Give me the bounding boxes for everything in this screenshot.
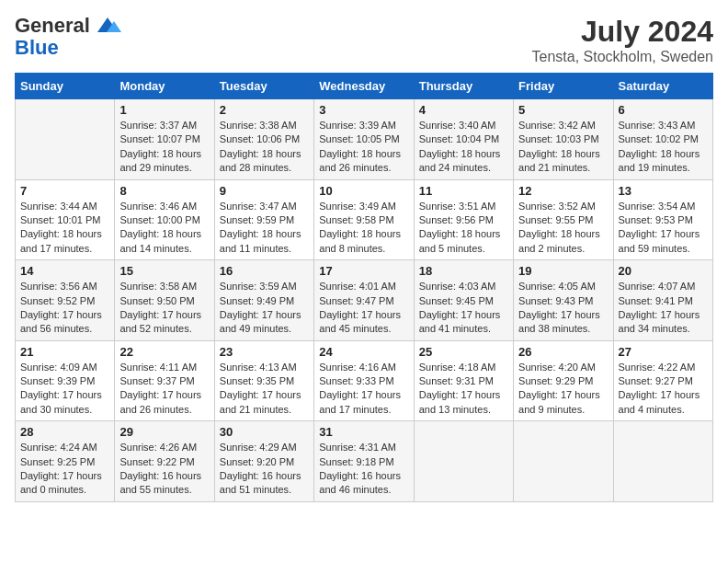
day-number: 10 <box>319 184 408 198</box>
calendar-cell: 13Sunrise: 3:54 AM Sunset: 9:53 PM Dayli… <box>613 179 712 260</box>
calendar-week-row: 14Sunrise: 3:56 AM Sunset: 9:52 PM Dayli… <box>16 260 713 341</box>
day-number: 20 <box>619 264 708 278</box>
day-info: Sunrise: 4:20 AM Sunset: 9:29 PM Dayligh… <box>518 361 608 418</box>
day-info: Sunrise: 3:40 AM Sunset: 10:04 PM Daylig… <box>419 119 508 176</box>
day-info: Sunrise: 3:46 AM Sunset: 10:00 PM Daylig… <box>119 200 209 257</box>
day-info: Sunrise: 4:05 AM Sunset: 9:43 PM Dayligh… <box>518 280 608 337</box>
day-info: Sunrise: 3:59 AM Sunset: 9:49 PM Dayligh… <box>220 280 309 337</box>
calendar-week-row: 28Sunrise: 4:24 AM Sunset: 9:25 PM Dayli… <box>16 421 713 502</box>
logo-icon <box>94 16 121 36</box>
day-header-sunday: Sunday <box>16 74 115 99</box>
day-info: Sunrise: 4:03 AM Sunset: 9:45 PM Dayligh… <box>419 280 508 337</box>
day-info: Sunrise: 3:39 AM Sunset: 10:05 PM Daylig… <box>319 119 408 176</box>
day-info: Sunrise: 4:09 AM Sunset: 9:39 PM Dayligh… <box>20 361 109 418</box>
day-number: 28 <box>20 425 109 439</box>
day-number: 7 <box>20 184 109 198</box>
day-number: 25 <box>419 345 508 359</box>
day-number: 8 <box>119 184 209 198</box>
day-number: 15 <box>119 264 209 278</box>
day-number: 6 <box>619 103 708 117</box>
calendar-cell: 1Sunrise: 3:37 AM Sunset: 10:07 PM Dayli… <box>115 99 214 180</box>
day-info: Sunrise: 4:26 AM Sunset: 9:22 PM Dayligh… <box>119 441 209 498</box>
day-number: 21 <box>20 345 109 359</box>
day-number: 22 <box>119 345 209 359</box>
title-block: July 2024 Tensta, Stockholm, Sweden <box>532 15 713 65</box>
day-number: 27 <box>619 345 708 359</box>
day-info: Sunrise: 3:43 AM Sunset: 10:02 PM Daylig… <box>619 119 708 176</box>
day-number: 23 <box>220 345 309 359</box>
calendar-week-row: 1Sunrise: 3:37 AM Sunset: 10:07 PM Dayli… <box>16 99 713 180</box>
day-info: Sunrise: 3:47 AM Sunset: 9:59 PM Dayligh… <box>220 200 309 257</box>
day-number: 29 <box>119 425 209 439</box>
calendar-cell: 23Sunrise: 4:13 AM Sunset: 9:35 PM Dayli… <box>214 340 313 421</box>
logo: General Blue <box>15 15 121 59</box>
day-info: Sunrise: 3:56 AM Sunset: 9:52 PM Dayligh… <box>20 280 109 337</box>
calendar-cell: 21Sunrise: 4:09 AM Sunset: 9:39 PM Dayli… <box>16 340 115 421</box>
logo-text: General <box>15 15 90 37</box>
day-header-thursday: Thursday <box>414 74 513 99</box>
day-number: 19 <box>518 264 608 278</box>
day-info: Sunrise: 4:13 AM Sunset: 9:35 PM Dayligh… <box>220 361 309 418</box>
calendar-cell: 14Sunrise: 3:56 AM Sunset: 9:52 PM Dayli… <box>16 260 115 341</box>
day-info: Sunrise: 3:49 AM Sunset: 9:58 PM Dayligh… <box>319 200 408 257</box>
day-info: Sunrise: 3:38 AM Sunset: 10:06 PM Daylig… <box>220 119 309 176</box>
calendar-cell: 18Sunrise: 4:03 AM Sunset: 9:45 PM Dayli… <box>414 260 513 341</box>
calendar-cell: 3Sunrise: 3:39 AM Sunset: 10:05 PM Dayli… <box>314 99 414 180</box>
day-number: 13 <box>619 184 708 198</box>
calendar-cell <box>613 421 712 502</box>
calendar-cell: 5Sunrise: 3:42 AM Sunset: 10:03 PM Dayli… <box>514 99 613 180</box>
logo-blue-text: Blue <box>15 37 59 59</box>
calendar-cell <box>414 421 513 502</box>
location-title: Tensta, Stockholm, Sweden <box>532 49 713 65</box>
day-info: Sunrise: 3:51 AM Sunset: 9:56 PM Dayligh… <box>419 200 508 257</box>
day-header-wednesday: Wednesday <box>314 74 414 99</box>
day-header-tuesday: Tuesday <box>214 74 313 99</box>
day-info: Sunrise: 4:07 AM Sunset: 9:41 PM Dayligh… <box>619 280 708 337</box>
day-number: 1 <box>119 103 209 117</box>
day-info: Sunrise: 3:42 AM Sunset: 10:03 PM Daylig… <box>518 119 608 176</box>
calendar-cell: 26Sunrise: 4:20 AM Sunset: 9:29 PM Dayli… <box>514 340 613 421</box>
day-info: Sunrise: 4:31 AM Sunset: 9:18 PM Dayligh… <box>319 441 408 498</box>
day-number: 5 <box>518 103 608 117</box>
calendar-week-row: 21Sunrise: 4:09 AM Sunset: 9:39 PM Dayli… <box>16 340 713 421</box>
day-info: Sunrise: 4:29 AM Sunset: 9:20 PM Dayligh… <box>220 441 309 498</box>
day-info: Sunrise: 3:44 AM Sunset: 10:01 PM Daylig… <box>20 200 109 257</box>
calendar-cell <box>16 99 115 180</box>
calendar-cell: 30Sunrise: 4:29 AM Sunset: 9:20 PM Dayli… <box>214 421 313 502</box>
calendar-cell: 27Sunrise: 4:22 AM Sunset: 9:27 PM Dayli… <box>613 340 712 421</box>
calendar-cell: 17Sunrise: 4:01 AM Sunset: 9:47 PM Dayli… <box>314 260 414 341</box>
day-header-saturday: Saturday <box>613 74 712 99</box>
day-number: 4 <box>419 103 508 117</box>
page-header: General Blue July 2024 Tensta, Stockholm… <box>15 15 713 65</box>
day-info: Sunrise: 4:11 AM Sunset: 9:37 PM Dayligh… <box>119 361 209 418</box>
day-info: Sunrise: 3:37 AM Sunset: 10:07 PM Daylig… <box>119 119 209 176</box>
day-number: 30 <box>220 425 309 439</box>
day-info: Sunrise: 3:52 AM Sunset: 9:55 PM Dayligh… <box>518 200 608 257</box>
calendar-cell: 25Sunrise: 4:18 AM Sunset: 9:31 PM Dayli… <box>414 340 513 421</box>
calendar-cell: 6Sunrise: 3:43 AM Sunset: 10:02 PM Dayli… <box>613 99 712 180</box>
month-title: July 2024 <box>532 15 713 49</box>
calendar-week-row: 7Sunrise: 3:44 AM Sunset: 10:01 PM Dayli… <box>16 179 713 260</box>
calendar-cell: 24Sunrise: 4:16 AM Sunset: 9:33 PM Dayli… <box>314 340 414 421</box>
day-info: Sunrise: 4:01 AM Sunset: 9:47 PM Dayligh… <box>319 280 408 337</box>
day-info: Sunrise: 4:24 AM Sunset: 9:25 PM Dayligh… <box>20 441 109 498</box>
day-number: 26 <box>518 345 608 359</box>
day-number: 31 <box>319 425 408 439</box>
day-number: 11 <box>419 184 508 198</box>
calendar-cell: 8Sunrise: 3:46 AM Sunset: 10:00 PM Dayli… <box>115 179 214 260</box>
calendar-header-row: SundayMondayTuesdayWednesdayThursdayFrid… <box>16 74 713 99</box>
day-number: 9 <box>220 184 309 198</box>
calendar-table: SundayMondayTuesdayWednesdayThursdayFrid… <box>15 73 713 502</box>
calendar-cell: 4Sunrise: 3:40 AM Sunset: 10:04 PM Dayli… <box>414 99 513 180</box>
day-info: Sunrise: 4:18 AM Sunset: 9:31 PM Dayligh… <box>419 361 508 418</box>
day-number: 14 <box>20 264 109 278</box>
day-number: 16 <box>220 264 309 278</box>
day-number: 18 <box>419 264 508 278</box>
day-info: Sunrise: 4:22 AM Sunset: 9:27 PM Dayligh… <box>619 361 708 418</box>
calendar-cell: 20Sunrise: 4:07 AM Sunset: 9:41 PM Dayli… <box>613 260 712 341</box>
calendar-cell: 15Sunrise: 3:58 AM Sunset: 9:50 PM Dayli… <box>115 260 214 341</box>
calendar-cell: 11Sunrise: 3:51 AM Sunset: 9:56 PM Dayli… <box>414 179 513 260</box>
calendar-cell: 29Sunrise: 4:26 AM Sunset: 9:22 PM Dayli… <box>115 421 214 502</box>
calendar-cell: 19Sunrise: 4:05 AM Sunset: 9:43 PM Dayli… <box>514 260 613 341</box>
day-info: Sunrise: 3:58 AM Sunset: 9:50 PM Dayligh… <box>119 280 209 337</box>
